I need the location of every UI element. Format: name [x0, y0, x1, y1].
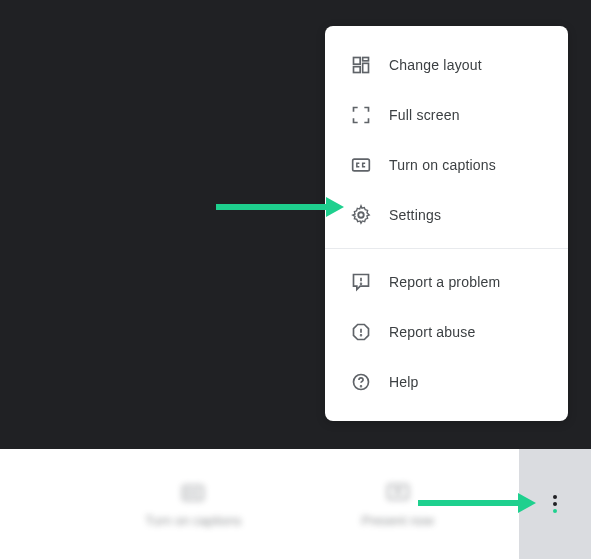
report-abuse-icon	[349, 320, 373, 344]
menu-label: Change layout	[389, 57, 482, 73]
present-icon	[386, 481, 410, 505]
svg-point-9	[361, 335, 362, 336]
svg-point-11	[361, 386, 362, 387]
present-button[interactable]: Present now	[362, 481, 434, 528]
captions-button[interactable]: Turn on captions	[145, 481, 241, 528]
gear-icon	[349, 203, 373, 227]
menu-label: Report abuse	[389, 324, 475, 340]
svg-point-5	[358, 212, 364, 218]
menu-item-report-problem[interactable]: Report a problem	[325, 257, 568, 307]
more-vert-icon	[553, 495, 557, 513]
menu-label: Full screen	[389, 107, 460, 123]
help-icon	[349, 370, 373, 394]
svg-rect-2	[363, 63, 369, 72]
svg-rect-3	[354, 67, 361, 73]
present-label: Present now	[362, 513, 434, 528]
menu-item-report-abuse[interactable]: Report abuse	[325, 307, 568, 357]
menu-divider	[325, 248, 568, 249]
bottom-toolbar: Turn on captions Present now	[0, 449, 591, 559]
menu-item-help[interactable]: Help	[325, 357, 568, 407]
svg-rect-1	[363, 58, 369, 61]
menu-label: Settings	[389, 207, 441, 223]
menu-item-change-layout[interactable]: Change layout	[325, 40, 568, 90]
svg-rect-4	[353, 159, 370, 171]
fullscreen-icon	[349, 103, 373, 127]
feedback-icon	[349, 270, 373, 294]
menu-label: Help	[389, 374, 419, 390]
menu-label: Turn on captions	[389, 157, 496, 173]
menu-label: Report a problem	[389, 274, 500, 290]
menu-item-captions[interactable]: Turn on captions	[325, 140, 568, 190]
cc-icon	[349, 153, 373, 177]
more-options-menu: Change layout Full screen Turn on captio…	[325, 26, 568, 421]
svg-point-7	[361, 283, 362, 284]
menu-item-fullscreen[interactable]: Full screen	[325, 90, 568, 140]
layout-icon	[349, 53, 373, 77]
svg-rect-12	[183, 486, 203, 500]
more-options-button[interactable]	[519, 449, 591, 559]
captions-label: Turn on captions	[145, 513, 241, 528]
toolbar-blur-area: Turn on captions Present now	[0, 481, 519, 528]
svg-rect-0	[354, 58, 361, 65]
cc-icon	[181, 481, 205, 505]
menu-item-settings[interactable]: Settings	[325, 190, 568, 240]
